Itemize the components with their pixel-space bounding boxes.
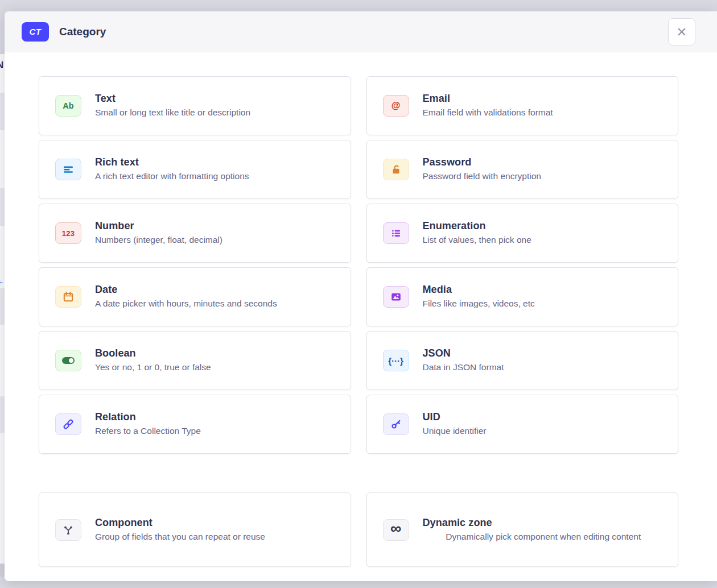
field-description: List of values, then pick one [423, 234, 665, 246]
field-card-component[interactable]: Component Group of fields that you can r… [39, 492, 351, 567]
infinity-glyph: ∞ [390, 521, 401, 536]
branch-icon [55, 519, 81, 541]
key-icon [383, 413, 409, 435]
modal-body: Ab Text Small or long text like title or… [5, 52, 717, 581]
field-meta: Component Group of fields that you can r… [95, 517, 337, 543]
field-description: Numbers (integer, float, decimal) [95, 234, 337, 246]
padlock-icon [383, 159, 409, 180]
field-description: A date picker with hours, minutes and se… [95, 298, 337, 310]
picture-icon [383, 286, 409, 308]
field-description: Email field with validations format [423, 107, 665, 119]
field-title: UID [423, 411, 665, 423]
field-card-enumeration[interactable]: Enumeration List of values, then pick on… [366, 204, 679, 263]
close-icon [675, 25, 689, 39]
field-title: Rich text [95, 156, 337, 168]
field-description: Unique identifier [423, 425, 665, 437]
field-card-email[interactable]: @ Email Email field with validations for… [366, 76, 679, 135]
collection-type-badge: CT [22, 22, 49, 42]
field-meta: Media Files like images, videos, etc [423, 284, 665, 310]
field-description: Yes or no, 1 or 0, true or false [95, 362, 337, 374]
background-letter-fragment: N [0, 60, 3, 71]
field-description: Refers to a Collection Type [95, 425, 337, 437]
infinity-icon: ∞ [383, 519, 409, 541]
field-title: Number [95, 220, 337, 232]
field-description: Files like images, videos, etc [423, 298, 665, 310]
toggle-glyph [62, 357, 75, 364]
field-description: Password field with encryption [423, 171, 665, 183]
field-card-relation[interactable]: Relation Refers to a Collection Type [39, 395, 351, 454]
field-card-uid[interactable]: UID Unique identifier [366, 395, 679, 454]
field-type-picker-modal: CT Category Ab Text Small or long text l… [5, 11, 717, 581]
field-card-date[interactable]: Date A date picker with hours, minutes a… [39, 267, 351, 326]
field-description: A rich text editor with formatting optio… [95, 171, 337, 183]
at-sign-icon: @ [383, 95, 409, 117]
field-meta: Email Email field with validations forma… [423, 93, 665, 119]
field-meta: Boolean Yes or no, 1 or 0, true or false [95, 347, 337, 374]
field-card-number[interactable]: 123 Number Numbers (integer, float, deci… [39, 204, 351, 263]
background-fragment [0, 564, 5, 577]
field-title: Text [95, 93, 337, 105]
ab-text-icon: Ab [55, 95, 81, 117]
field-description: Group of fields that you can repeat or r… [95, 531, 337, 543]
bullet-list-icon [383, 222, 409, 244]
field-title: Relation [95, 411, 337, 423]
field-title: Enumeration [423, 220, 665, 232]
field-meta: UID Unique identifier [423, 411, 665, 437]
modal-title: Category [59, 26, 106, 38]
field-title: Boolean [95, 347, 337, 359]
field-description: Data in JSON format [423, 362, 665, 374]
field-card-boolean[interactable]: Boolean Yes or no, 1 or 0, true or false [39, 331, 351, 390]
field-card-json[interactable]: {···} JSON Data in JSON format [366, 331, 679, 390]
field-meta: Relation Refers to a Collection Type [95, 411, 337, 437]
background-fragment [0, 93, 5, 130]
field-title: Email [423, 93, 665, 105]
field-card-text[interactable]: Ab Text Small or long text like title or… [39, 76, 351, 135]
field-title: Media [423, 284, 665, 296]
field-meta: Rich text A rich text editor with format… [95, 156, 337, 183]
text-lines-icon [55, 159, 81, 180]
field-title: Date [95, 284, 337, 296]
field-card-media[interactable]: Media Files like images, videos, etc [366, 267, 679, 326]
background-fragment [0, 288, 5, 325]
field-meta: Enumeration List of values, then pick on… [423, 220, 665, 246]
default-fields-grid: Ab Text Small or long text like title or… [39, 76, 678, 454]
field-title: JSON [423, 347, 665, 359]
background-fragment [0, 188, 5, 226]
ab-text-glyph: Ab [63, 101, 73, 110]
field-description: Dynamically pick component when editing … [423, 531, 665, 543]
field-meta: Number Numbers (integer, float, decimal) [95, 220, 337, 246]
close-button[interactable] [668, 18, 695, 45]
field-card-password[interactable]: Password Password field with encryption [366, 140, 679, 199]
background-plus-fragment: + [0, 276, 3, 289]
123-glyph: 123 [62, 229, 75, 238]
field-title: Dynamic zone [423, 517, 665, 529]
field-meta: Date A date picker with hours, minutes a… [95, 284, 337, 310]
field-meta: Password Password field with encryption [423, 156, 665, 183]
field-meta: JSON Data in JSON format [423, 347, 665, 374]
field-title: Component [95, 517, 337, 529]
chain-link-icon [55, 413, 81, 435]
calendar-icon [55, 286, 81, 308]
braces-glyph: {···} [388, 356, 403, 366]
braces-icon: {···} [383, 350, 409, 371]
field-meta: Text Small or long text like title or de… [95, 93, 337, 119]
modal-header: CT Category [5, 11, 717, 52]
toggle-icon [55, 350, 81, 371]
at-sign-glyph: @ [392, 101, 401, 111]
field-description: Small or long text like title or descrip… [95, 107, 337, 119]
123-icon: 123 [55, 222, 81, 244]
background-page-edge: N + [0, 54, 5, 577]
field-card-dynamic-zone[interactable]: ∞ Dynamic zone Dynamically pick componen… [366, 492, 679, 567]
field-title: Password [423, 156, 665, 168]
field-meta: Dynamic zone Dynamically pick component … [423, 517, 665, 543]
background-fragment [0, 396, 5, 433]
field-card-richtext[interactable]: Rich text A rich text editor with format… [39, 140, 351, 199]
advanced-fields-grid: Component Group of fields that you can r… [39, 492, 678, 567]
